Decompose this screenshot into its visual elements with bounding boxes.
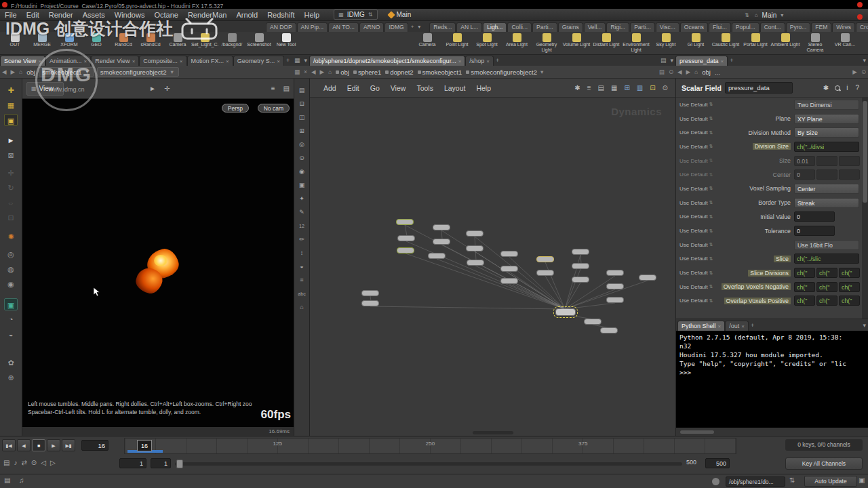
chevron-down-icon[interactable]: ▾ [861,56,868,66]
playbar-option-icon[interactable]: ♪ [14,459,17,466]
parameter-field[interactable]: 0 [794,169,815,180]
shelf-tab[interactable]: Vell... [584,22,606,32]
network-node[interactable] [536,256,554,262]
panel-icon[interactable]: ▤ [658,56,669,66]
menu-file[interactable]: File [0,9,22,21]
display-option-icon[interactable]: ▤ [296,85,308,96]
shelf-tool[interactable]: Camera [412,33,442,53]
parameter-dropdown[interactable]: By Size [794,127,859,138]
objects-tool[interactable]: ▦ [4,99,18,111]
range-end-field[interactable]: 500 [705,458,730,468]
parameter-field[interactable] [816,169,837,180]
network-path-segment[interactable]: sphere1 [351,68,383,76]
shelf-tab[interactable]: Pyro... [786,22,811,32]
display-option-icon[interactable]: ◒ [296,261,308,272]
home-icon[interactable]: ⌂ [326,68,334,75]
dynamics-tool[interactable]: ◍ [4,263,18,275]
rewind-button[interactable]: ▮◀ [2,439,16,451]
use-default-menu[interactable]: Use Default [679,200,708,206]
desktop-main-button[interactable]: Main [384,9,416,20]
close-icon[interactable]: × [458,58,462,64]
shelf-tab[interactable]: Wires [832,22,855,32]
current-frame-field[interactable]: 16 [81,440,108,451]
use-default-menu[interactable]: Use Default [679,270,708,276]
shelf-tab[interactable]: Flui... [709,22,731,32]
pane-tab[interactable]: Motion FX...× [187,56,233,66]
playbar-option-icon[interactable]: ⇄ [21,459,26,466]
display-option-icon[interactable]: ⊟ [296,98,308,110]
chevron-down-icon[interactable]: ▾ [861,321,868,331]
network-menu-tools[interactable]: Tools [411,84,439,92]
parameter-expression-field[interactable]: ch(" [794,268,815,278]
home-icon[interactable]: ⌂ [692,68,700,75]
menu-help[interactable]: Help [300,9,325,21]
list-icon[interactable]: ≡ [584,84,595,92]
use-default-menu[interactable]: Use Default [679,284,708,290]
shelf-set-tab[interactable]: AN DOP [266,22,296,32]
shelf-tool[interactable]: Caustic Light [711,33,741,53]
grid-icon[interactable]: ▦ [292,68,302,75]
network-node[interactable] [500,278,518,284]
frame-icon[interactable]: ⊡ [646,84,658,92]
parameter-field[interactable] [816,156,837,166]
rotate-tool[interactable]: ↻ [4,182,18,194]
select-arrow-icon[interactable]: ► [145,85,160,92]
camera-persp-badge[interactable]: Persp [222,104,249,113]
pin-icon[interactable]: ⊙ [859,68,868,75]
timeline-ruler[interactable]: 125250375 16 [124,438,736,454]
snapshot-tool[interactable]: ◔ [4,313,18,325]
nav-forward-icon[interactable]: ▶ [9,68,18,75]
list-icon[interactable]: ≡ [267,85,279,92]
parameter-dropdown[interactable]: Center [794,184,859,194]
menu-renderman[interactable]: RenderMan [183,9,231,21]
shell-tab[interactable]: /out× [725,321,749,331]
shelf-tab[interactable]: Crowds [856,22,868,32]
columns-icon[interactable]: ▥ [633,84,646,92]
close-icon[interactable]: × [302,68,309,75]
use-default-menu[interactable]: Use Default [679,242,708,248]
network-menu-layout[interactable]: Layout [439,84,471,92]
shelf-tab[interactable]: AN L... [456,22,482,32]
menu-render[interactable]: Render [44,9,78,21]
shelf-tab[interactable]: Visc... [656,22,679,32]
network-node[interactable] [536,270,554,276]
network-path-segment[interactable]: obj [334,68,351,76]
display-option-icon[interactable]: ⊞ [296,125,308,137]
network-node[interactable] [428,253,446,259]
path-selector[interactable]: smokeconfigureobject2▾ [97,67,179,77]
pin-icon[interactable]: ⊙ [667,68,675,75]
character-tool[interactable]: ✺ [4,230,18,243]
network-node[interactable] [500,266,518,272]
close-icon[interactable]: × [38,58,41,64]
use-default-menu[interactable]: Use Default [679,214,708,220]
display-option-icon[interactable]: ⌂ [296,302,308,313]
search-icon[interactable] [834,85,841,92]
pane-tab[interactable]: Render View× [91,56,139,66]
stop-button[interactable]: ■ [32,439,45,451]
use-default-menu[interactable]: Use Default [679,171,708,178]
flipbook-tool[interactable]: ▣ [4,298,18,310]
shelf-tool[interactable]: Area Light [502,33,532,53]
link-icon[interactable]: ▶ [850,68,859,75]
shelf-tool[interactable]: Stereo Camera [800,33,830,53]
play-button[interactable]: ▶ [47,439,60,451]
range-slider[interactable] [175,462,682,466]
shelf-tool[interactable]: Camera [164,33,191,53]
playbar-option-icon[interactable]: ▷ [50,459,56,466]
parameter-dropdown[interactable]: XY Plane [794,114,859,124]
chevron-down-icon[interactable]: ▾ [416,22,422,32]
shelf-tool[interactable]: XFORM [56,33,83,53]
network-menu-go[interactable]: Go [365,84,385,92]
shelf-tool[interactable]: /backgnd/ [218,33,245,53]
parameter-field[interactable] [839,169,860,180]
playbar-option-icon[interactable]: ▤ [3,459,9,466]
network-node[interactable] [466,245,484,251]
panel-icon[interactable]: ▤ [657,68,667,75]
no-cam-badge[interactable]: No cam [258,104,290,113]
parameter-field[interactable]: 0.01 [794,156,815,166]
menu-octane[interactable]: Octane [149,9,182,21]
pane-tab[interactable]: Animation...× [45,56,91,66]
display-option-icon[interactable]: abc [296,288,308,300]
panel-icon[interactable]: ▤ [594,84,607,92]
shell-tab[interactable]: Python Shell× [677,321,725,331]
